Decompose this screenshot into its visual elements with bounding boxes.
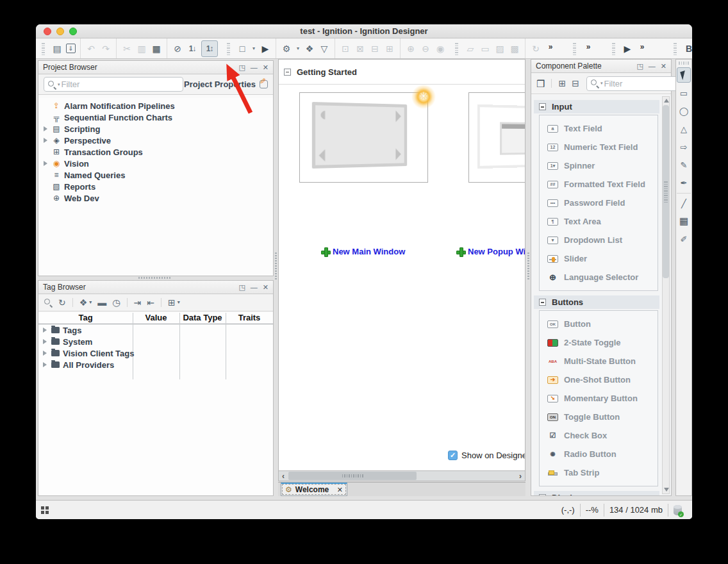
scroll-down-arrow[interactable] bbox=[664, 488, 669, 492]
add-tag-button[interactable]: ❖ bbox=[72, 298, 88, 307]
project-properties-button[interactable]: Project Properties bbox=[184, 79, 256, 89]
tree-item-transaction-groups[interactable]: ⊞ Transaction Groups bbox=[38, 146, 273, 158]
new-main-window-card[interactable] bbox=[299, 92, 428, 183]
tools-button[interactable]: ⚙ bbox=[281, 42, 292, 56]
link-label[interactable]: New Popup Wi bbox=[468, 247, 525, 256]
minimize-window-button[interactable] bbox=[56, 28, 64, 35]
new-popup-window-link[interactable]: New Popup Wi bbox=[456, 247, 525, 256]
tree-item-sequential-function-charts[interactable]: ╦ Sequential Function Charts bbox=[38, 112, 273, 123]
tree-item-perspective[interactable]: ◈ Perspective bbox=[38, 135, 273, 146]
expand-arrow-icon[interactable] bbox=[42, 172, 49, 178]
selection-tool[interactable] bbox=[677, 67, 691, 83]
run-button[interactable]: ▶ bbox=[622, 42, 633, 56]
size-match-button[interactable]: ⊟ bbox=[369, 42, 381, 56]
palette-tabs-button[interactable]: ❒ bbox=[536, 79, 545, 88]
layout-button[interactable]: ⊞ bbox=[384, 42, 395, 56]
add-tag-caret[interactable]: ▾ bbox=[89, 300, 92, 305]
pen-tool[interactable]: ✒ bbox=[677, 175, 691, 190]
tools-caret[interactable]: ▾ bbox=[295, 42, 301, 56]
tag-folder-tags[interactable]: Tags bbox=[38, 324, 273, 336]
palette-item-check-box[interactable]: ☑ Check Box bbox=[540, 426, 658, 445]
comm-read-write-button[interactable]: 1↕ bbox=[201, 40, 218, 57]
title-bar[interactable]: test - Ignition - Ignition Designer bbox=[36, 24, 692, 38]
palette-item-toggle-button[interactable]: ON Toggle Button bbox=[540, 408, 658, 426]
open-window-button[interactable]: □ bbox=[236, 42, 248, 56]
column-selection-caret[interactable]: ▾ bbox=[178, 300, 180, 305]
close-panel-icon[interactable]: ✕ bbox=[661, 63, 666, 70]
expand-arrow-icon[interactable] bbox=[42, 137, 49, 144]
toolbar-overflow-chevron-2[interactable]: » bbox=[583, 40, 594, 54]
scroll-left-arrow[interactable]: ‹ bbox=[279, 472, 288, 480]
collapse-box-icon[interactable] bbox=[539, 299, 546, 306]
arrow-tool[interactable]: ⇨ bbox=[677, 139, 691, 154]
palette-item-tab-strip[interactable]: Tab Strip bbox=[540, 463, 658, 482]
comm-read-button[interactable]: 1↓ bbox=[186, 42, 198, 56]
cut-button[interactable]: ✂ bbox=[121, 42, 133, 56]
palette-item-language-selector[interactable]: ⊕ Language Selector bbox=[540, 268, 658, 286]
toolbar-overflow-chevron-3[interactable]: » bbox=[636, 40, 648, 54]
send-backward-button[interactable]: ▭ bbox=[479, 42, 491, 56]
align-contract-button[interactable]: ⊠ bbox=[354, 42, 366, 56]
tag-refresh-button[interactable]: ↻ bbox=[58, 298, 66, 307]
section-input[interactable]: Input bbox=[534, 100, 659, 113]
minimize-panel-icon[interactable]: — bbox=[649, 63, 656, 70]
project-filter-input[interactable] bbox=[62, 79, 179, 89]
close-panel-icon[interactable]: ✕ bbox=[263, 64, 269, 71]
tree-item-vision[interactable]: ◉ Vision bbox=[38, 158, 273, 169]
collapse-all-button[interactable]: ⊟ bbox=[572, 79, 579, 88]
palette-item-text-field[interactable]: a Text Field bbox=[540, 119, 658, 138]
column-header-value[interactable]: Value bbox=[133, 313, 179, 324]
horizontal-scrollbar[interactable]: ‹ › bbox=[278, 471, 525, 481]
new-main-window-link[interactable]: New Main Window bbox=[321, 247, 405, 256]
column-header-data-type[interactable]: Data Type bbox=[179, 313, 226, 324]
project-settings-button[interactable]: ❖ bbox=[304, 42, 315, 56]
palette-item-2-state-toggle[interactable]: 2-State Toggle bbox=[540, 333, 658, 352]
palette-item-button[interactable]: OK Button bbox=[540, 315, 658, 333]
expand-arrow-icon[interactable] bbox=[42, 149, 49, 155]
chevron-down-icon[interactable]: ▾ bbox=[58, 82, 60, 87]
float-panel-icon[interactable]: ◳ bbox=[238, 284, 245, 291]
tab-welcome[interactable]: ⚙ Welcome ✕ bbox=[281, 483, 347, 496]
toolbar-overflow-chevron[interactable]: » bbox=[545, 40, 556, 54]
expand-arrow-icon[interactable] bbox=[42, 361, 48, 368]
project-properties-icon[interactable] bbox=[260, 80, 268, 88]
eyedropper-tool[interactable]: ✐ bbox=[677, 231, 691, 247]
zoom-out-button[interactable]: ⊖ bbox=[420, 42, 431, 56]
left-splitter[interactable] bbox=[275, 251, 277, 279]
export-tags-button[interactable]: ⇤ bbox=[147, 298, 154, 307]
open-window-caret[interactable]: ▾ bbox=[251, 42, 256, 56]
section-display[interactable]: Display bbox=[534, 491, 659, 495]
tag-folder-vision-client-tags[interactable]: Vision Client Tags bbox=[38, 347, 273, 359]
scrollbar-thumb[interactable] bbox=[663, 105, 669, 278]
undo-button[interactable]: ↶ bbox=[85, 42, 97, 56]
bring-forward-button[interactable]: ▱ bbox=[465, 42, 476, 56]
palette-item-slider[interactable]: Slider bbox=[540, 249, 658, 268]
expand-arrow-icon[interactable] bbox=[42, 338, 48, 345]
palette-item-dropdown-list[interactable]: ▾ Dropdown List bbox=[540, 231, 658, 249]
expand-arrow-icon[interactable] bbox=[42, 327, 48, 333]
preview-mode-button[interactable]: ▶ bbox=[260, 42, 271, 56]
pattern-tool[interactable]: ▦ bbox=[677, 213, 691, 229]
expand-arrow-icon[interactable] bbox=[42, 160, 49, 167]
rectangle-tool[interactable]: ▭ bbox=[677, 85, 691, 101]
minimize-panel-icon[interactable]: — bbox=[251, 64, 258, 71]
ellipse-tool[interactable]: ◯ bbox=[677, 103, 691, 119]
palette-item-momentary-button[interactable]: ➘ Momentary Button bbox=[540, 389, 658, 408]
expand-arrow-icon[interactable] bbox=[42, 114, 49, 120]
tree-item-web-dev[interactable]: ⊕ Web Dev bbox=[38, 192, 273, 204]
palette-item-multi-state-button[interactable]: ABA Multi-State Button bbox=[540, 352, 658, 370]
close-panel-icon[interactable]: ✕ bbox=[263, 284, 269, 291]
tree-item-reports[interactable]: ▧ Reports bbox=[38, 181, 273, 192]
palette-item-text-area[interactable]: ¶ Text Area bbox=[540, 212, 658, 231]
close-window-button[interactable] bbox=[44, 28, 51, 35]
palette-item-radio-button[interactable]: ◉ Radio Button bbox=[540, 445, 658, 463]
palette-item-one-shot-button[interactable]: ➔ One-Shot Button bbox=[540, 370, 658, 389]
palette-item-formatted-text-field[interactable]: ## Formatted Text Field bbox=[540, 175, 658, 194]
line-tool[interactable]: ╱ bbox=[677, 193, 691, 211]
zoom-in-button[interactable]: ⊕ bbox=[405, 42, 417, 56]
new-popup-window-card[interactable] bbox=[468, 92, 525, 183]
tree-item-alarm-notification-pipelines[interactable]: ⇪ Alarm Notification Pipelines bbox=[38, 100, 273, 112]
close-tab-icon[interactable]: ✕ bbox=[337, 486, 343, 494]
show-on-startup-checkbox[interactable]: ✓ bbox=[448, 451, 458, 460]
palette-item-spinner[interactable]: 1▾ Spinner bbox=[540, 156, 658, 175]
